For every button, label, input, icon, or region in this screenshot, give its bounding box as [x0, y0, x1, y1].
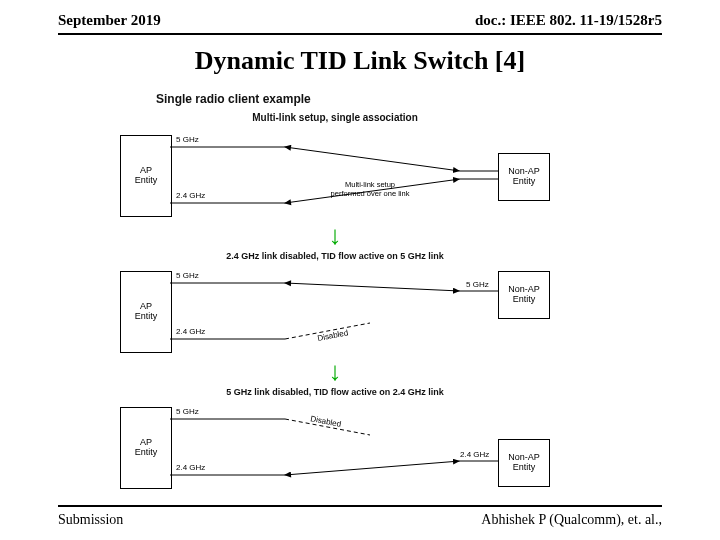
caption-bot: 5 GHz link disabled, TID flow active on …	[120, 387, 550, 397]
caption-top: Multi-link setup, single association	[120, 112, 550, 123]
footer: Submission Abhishek P (Qualcomm), et. al…	[58, 512, 662, 528]
panel-setup: AP Entity Non-AP Entity 5 GHz 2.4 GHz Mu…	[120, 127, 550, 223]
figure: Single radio client example Multi-link s…	[120, 92, 550, 495]
footer-rule	[58, 505, 662, 507]
panel-wires: 5 GHz 2.4 GHz Multi-link setup performed…	[170, 127, 500, 223]
ap-entity-box: AP Entity	[120, 271, 172, 353]
page-title: Dynamic TID Link Switch [4]	[0, 46, 720, 76]
panel-wires: 5 GHz Disabled 2.4 GHz 2.4 GHz	[170, 399, 500, 495]
panel-24ghz-active: AP Entity Non-AP Entity 5 GHz Disabled 2…	[120, 399, 550, 495]
svg-line-1	[285, 147, 460, 171]
header-doc: doc.: IEEE 802. 11-19/1528r5	[475, 12, 662, 29]
label-5ghz: 5 GHz	[176, 135, 199, 144]
non-ap-entity-box: Non-AP Entity	[498, 271, 550, 319]
ap-entity-box: AP Entity	[120, 407, 172, 489]
disabled-label: Disabled	[310, 414, 342, 429]
label-24ghz: 2.4 GHz	[176, 463, 205, 472]
panel-wires: 5 GHz 5 GHz 2.4 GHz Disabled	[170, 263, 500, 359]
ap-entity-box: AP Entity	[120, 135, 172, 217]
label-24ghz: 2.4 GHz	[176, 327, 205, 336]
disabled-label: Disabled	[317, 328, 349, 343]
note-line1: Multi-link setup	[345, 180, 395, 189]
footer-right: Abhishek P (Qualcomm), et. al.,	[481, 512, 662, 528]
svg-line-14	[285, 461, 460, 475]
panel-5ghz-active: AP Entity Non-AP Entity 5 GHz 5 GHz 2.4 …	[120, 263, 550, 359]
non-ap-entity-box: Non-AP Entity	[498, 153, 550, 201]
note-line2: performed over one link	[331, 189, 410, 198]
svg-line-7	[285, 283, 460, 291]
label-24ghz: 2.4 GHz	[176, 191, 205, 200]
label-5ghz: 5 GHz	[176, 407, 199, 416]
label-5ghz-right: 5 GHz	[466, 280, 489, 289]
label-5ghz: 5 GHz	[176, 271, 199, 280]
header-rule	[58, 33, 662, 35]
slide: September 2019 doc.: IEEE 802. 11-19/152…	[0, 0, 720, 540]
caption-mid: 2.4 GHz link disabled, TID flow active o…	[120, 251, 550, 261]
transition-arrow-icon: ↓	[120, 225, 550, 247]
label-24ghz-right: 2.4 GHz	[460, 450, 489, 459]
header: September 2019 doc.: IEEE 802. 11-19/152…	[58, 12, 662, 29]
footer-left: Submission	[58, 512, 123, 528]
header-date: September 2019	[58, 12, 161, 29]
figure-title: Single radio client example	[156, 92, 550, 106]
transition-arrow-icon: ↓	[120, 361, 550, 383]
non-ap-entity-box: Non-AP Entity	[498, 439, 550, 487]
